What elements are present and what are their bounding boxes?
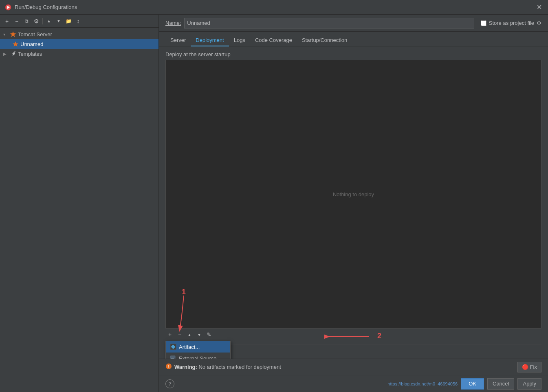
- annotation-2-container: 2: [377, 332, 381, 340]
- deploy-add-button[interactable]: +: [165, 330, 174, 339]
- dialog-footer: ? https://blog.csdn.net/m0_46694056 OK C…: [159, 375, 548, 392]
- sort-button[interactable]: ↕: [74, 17, 83, 26]
- tab-logs[interactable]: Logs: [229, 35, 250, 46]
- tab-deployment[interactable]: Deployment: [191, 35, 229, 46]
- footer-url: https://blog.csdn.net/m0_46694056: [387, 381, 458, 386]
- expand-icon-tomcat: ▾: [3, 32, 10, 37]
- expand-icon-templates: ▶: [3, 52, 10, 56]
- tab-server[interactable]: Server: [165, 35, 191, 46]
- warning-icon: !: [165, 363, 172, 371]
- name-input[interactable]: [184, 18, 474, 28]
- store-gear-icon[interactable]: ⚙: [537, 20, 541, 26]
- artifact-icon: [170, 344, 176, 350]
- deploy-toolbar: 1 +: [165, 328, 541, 341]
- main-content: + − ⧉ ⚙ ▲ ▼ 📁: [0, 15, 548, 392]
- name-bar: Name: Store as project file ⚙: [159, 15, 548, 32]
- tree-item-tomcat-server[interactable]: ▾ Tomcat Server: [0, 29, 158, 39]
- deploy-list-area: Nothing to deploy: [165, 60, 541, 328]
- tab-startup-connection[interactable]: Startup/Connection: [297, 35, 352, 46]
- app-icon: [5, 4, 11, 11]
- svg-text:!: !: [168, 364, 169, 369]
- dropdown-external-source-label: External Source...: [179, 355, 221, 359]
- warning-message: No artifacts marked for deployment: [198, 364, 281, 370]
- store-project-label[interactable]: Store as project file: [489, 20, 534, 26]
- sidebar: + − ⧉ ⚙ ▲ ▼ 📁: [0, 15, 159, 392]
- dropdown-item-external-source[interactable]: External Source...: [166, 353, 230, 359]
- warning-bar: ! Warning: No artifacts marked for deplo…: [159, 359, 548, 375]
- remove-config-button[interactable]: −: [12, 17, 21, 26]
- title-bar: Run/Debug Configurations ✕: [0, 0, 548, 15]
- help-button[interactable]: ?: [165, 379, 174, 388]
- tabs-bar: Server Deployment Logs Code Coverage Sta…: [159, 32, 548, 46]
- move-down-button[interactable]: ▼: [54, 17, 63, 26]
- nothing-to-deploy-text: Nothing to deploy: [333, 191, 374, 197]
- store-project-checkbox[interactable]: [481, 20, 486, 26]
- name-label: Name:: [165, 20, 181, 26]
- right-panel: Name: Store as project file ⚙ Server Dep…: [159, 15, 548, 392]
- dialog-title: Run/Debug Configurations: [15, 4, 535, 10]
- arrow-2-svg: [324, 332, 373, 344]
- annotation-number-2: 2: [377, 332, 381, 340]
- wrench-button[interactable]: ⚙: [32, 17, 41, 26]
- tab-code-coverage[interactable]: Code Coverage: [250, 35, 297, 46]
- unnamed-label: Unnamed: [20, 41, 43, 47]
- external-source-icon: [170, 355, 176, 359]
- templates-icon: [10, 50, 16, 57]
- footer-right: https://blog.csdn.net/m0_46694056 OK Can…: [387, 378, 541, 390]
- deploy-edit-button[interactable]: ✎: [205, 330, 213, 339]
- tree-view: ▾ Tomcat Server Unnamed: [0, 28, 158, 392]
- close-button[interactable]: ✕: [535, 3, 543, 11]
- deploy-down-button[interactable]: ▼: [195, 330, 204, 339]
- store-project-area: Store as project file ⚙: [481, 20, 541, 26]
- dropdown-artifact-label: Artifact...: [179, 344, 200, 350]
- warning-text: Warning: No artifacts marked for deploym…: [174, 364, 517, 370]
- fix-button[interactable]: 🔴 Fix: [517, 362, 541, 372]
- run-debug-configurations-dialog: Run/Debug Configurations ✕ + − ⧉ ⚙: [0, 0, 548, 392]
- main-area: Deploy at the server startup Nothing to …: [159, 46, 548, 359]
- add-config-button[interactable]: +: [2, 17, 11, 26]
- svg-marker-2: [10, 31, 16, 37]
- deploy-label: Deploy at the server startup: [165, 51, 541, 57]
- svg-marker-3: [13, 42, 18, 47]
- sidebar-toolbar: + − ⧉ ⚙ ▲ ▼ 📁: [0, 15, 158, 28]
- toolbar-separator: [42, 18, 43, 24]
- deploy-up-button[interactable]: ▲: [185, 330, 194, 339]
- move-to-group-button[interactable]: 📁: [64, 17, 73, 26]
- apply-button[interactable]: Apply: [517, 378, 541, 390]
- deploy-remove-button[interactable]: −: [175, 330, 184, 339]
- unnamed-config-icon: [12, 41, 19, 47]
- deploy-dropdown-menu: Artifact... External: [165, 341, 231, 359]
- templates-label: Templates: [18, 51, 42, 57]
- svg-rect-10: [171, 358, 174, 359]
- tomcat-server-label: Tomcat Server: [18, 31, 52, 37]
- move-up-button[interactable]: ▲: [44, 17, 53, 26]
- ok-button[interactable]: OK: [461, 378, 484, 390]
- tree-item-unnamed[interactable]: Unnamed: [0, 39, 158, 49]
- copy-config-button[interactable]: ⧉: [22, 17, 31, 26]
- cancel-button[interactable]: Cancel: [487, 378, 514, 390]
- tomcat-icon: [10, 31, 16, 37]
- tree-item-templates[interactable]: ▶ Templates: [0, 49, 158, 59]
- warning-bold: Warning:: [174, 364, 197, 370]
- dropdown-item-artifact[interactable]: Artifact...: [166, 341, 230, 353]
